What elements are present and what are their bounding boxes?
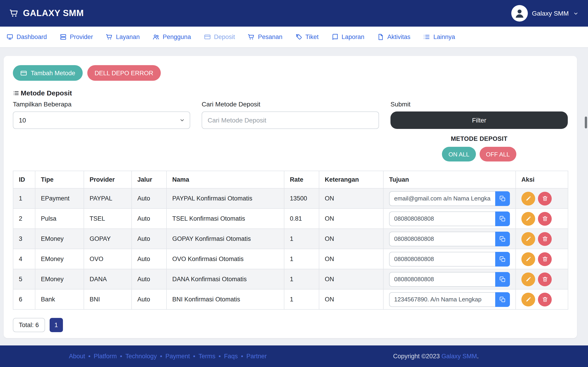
deposit-icon xyxy=(204,33,211,40)
tujuan-input[interactable] xyxy=(389,292,495,307)
edit-button[interactable] xyxy=(521,292,535,306)
card-icon xyxy=(20,69,27,76)
metode-deposit-heading: METODE DEPOSIT xyxy=(390,135,568,142)
cell-id: 6 xyxy=(13,289,35,309)
copy-button[interactable] xyxy=(495,191,510,206)
tujuan-input[interactable] xyxy=(389,252,495,266)
copy-button[interactable] xyxy=(495,232,510,246)
main-content: Tambah Metode DELL DEPO ERROR Metode Dep… xyxy=(0,48,588,338)
tujuan-input[interactable] xyxy=(389,232,495,246)
table-header-row: IDTipeProviderJalurNamaRateKeteranganTuj… xyxy=(13,171,568,188)
footer-link-terms[interactable]: Terms xyxy=(199,353,216,360)
cell-provider: GOPAY xyxy=(84,229,132,249)
cell-provider: OVO xyxy=(84,249,132,269)
cell-tipe: EMoney xyxy=(35,249,84,269)
nav-item-tiket[interactable]: Tiket xyxy=(289,27,325,47)
table-row: 1EPaymentPAYPALAutoPAYPAL Konfirmasi Oto… xyxy=(13,188,568,209)
edit-button[interactable] xyxy=(521,232,535,246)
pengguna-icon xyxy=(153,33,159,40)
delete-button[interactable] xyxy=(538,272,552,286)
table-row: 6BankBNIAutoBNI Konfirmasi Otomatis1ON xyxy=(13,289,568,309)
cell-tujuan xyxy=(383,289,516,309)
table-row: 4EMoneyOVOAutoOVO Konfirmasi Otomatis1ON xyxy=(13,249,568,269)
nav-item-layanan[interactable]: Layanan xyxy=(99,27,146,47)
copyright-link[interactable]: Galaxy SMM xyxy=(441,353,477,360)
trash-icon xyxy=(542,296,548,302)
user-menu[interactable]: Galaxy SMM xyxy=(511,5,579,22)
copy-button[interactable] xyxy=(495,252,510,266)
cell-aksi xyxy=(516,289,568,309)
avatar[interactable] xyxy=(511,5,528,22)
copy-button[interactable] xyxy=(495,292,510,307)
nav-item-label: Deposit xyxy=(214,33,235,40)
pencil-icon xyxy=(525,256,531,262)
copy-button[interactable] xyxy=(495,272,510,286)
delete-button[interactable] xyxy=(538,232,552,246)
nav-item-provider[interactable]: Provider xyxy=(53,27,99,47)
column-header-tujuan: Tujuan xyxy=(383,171,516,188)
page: GALAXY SMM Galaxy SMM DashboardProviderL… xyxy=(0,0,588,367)
tujuan-input[interactable] xyxy=(389,272,495,286)
tujuan-input-group xyxy=(389,232,510,246)
show-entries-select[interactable]: 10 xyxy=(13,111,190,129)
delete-button[interactable] xyxy=(538,252,552,266)
cell-provider: TSEL xyxy=(84,209,132,229)
footer-link-platform[interactable]: Platform xyxy=(94,353,117,360)
scrollbar-thumb[interactable] xyxy=(585,117,587,128)
dell-depo-error-button[interactable]: DELL DEPO ERROR xyxy=(87,65,161,81)
metode-table: IDTipeProviderJalurNamaRateKeteranganTuj… xyxy=(13,171,568,310)
delete-button[interactable] xyxy=(538,192,552,205)
cell-rate: 13500 xyxy=(284,188,319,209)
submit-label: Submit xyxy=(390,100,568,108)
copy-button[interactable] xyxy=(495,211,510,226)
nav-item-deposit[interactable]: Deposit xyxy=(197,27,242,47)
edit-button[interactable] xyxy=(521,272,535,286)
edit-button[interactable] xyxy=(521,212,535,225)
footer-link-about[interactable]: About xyxy=(69,353,85,360)
column-header-tipe: Tipe xyxy=(35,171,84,188)
cell-aksi xyxy=(516,188,568,209)
off-all-button[interactable]: OFF ALL xyxy=(480,147,516,161)
nav-item-aktivitas[interactable]: Aktivitas xyxy=(371,27,417,47)
cart-icon xyxy=(9,9,18,18)
footer-link-separator: • xyxy=(219,353,221,360)
on-all-button[interactable]: ON ALL xyxy=(442,147,476,161)
page-1-button[interactable]: 1 xyxy=(49,318,63,332)
top-header: GALAXY SMM Galaxy SMM xyxy=(0,0,588,27)
search-metode-input[interactable] xyxy=(202,111,379,129)
tujuan-input[interactable] xyxy=(389,191,495,206)
chevron-down-icon xyxy=(573,10,579,16)
tujuan-input[interactable] xyxy=(389,211,495,226)
cell-jalur: Auto xyxy=(132,188,166,209)
filter-button[interactable]: Filter xyxy=(390,111,568,129)
lainnya-icon xyxy=(423,33,430,40)
footer-link-technology[interactable]: Technology xyxy=(125,353,157,360)
delete-button[interactable] xyxy=(538,212,552,225)
footer-link-partner[interactable]: Partner xyxy=(246,353,267,360)
cell-keterangan: ON xyxy=(319,269,383,289)
cell-provider: BNI xyxy=(84,289,132,309)
edit-button[interactable] xyxy=(521,192,535,205)
cell-tipe: Bank xyxy=(35,289,84,309)
footer-link-payment[interactable]: Payment xyxy=(165,353,190,360)
edit-button[interactable] xyxy=(521,252,535,266)
table-row: 5EMoneyDANAAutoDANA Konfirmasi Otomatis1… xyxy=(13,269,568,289)
cell-aksi xyxy=(516,209,568,229)
table-footer: Total: 6 1 xyxy=(13,318,568,332)
column-header-provider: Provider xyxy=(84,171,132,188)
nav-item-pesanan[interactable]: Pesanan xyxy=(242,27,289,47)
nav-item-dashboard[interactable]: Dashboard xyxy=(0,27,53,47)
nav-item-pengguna[interactable]: Pengguna xyxy=(146,27,197,47)
nav-item-lainnya[interactable]: Lainnya xyxy=(417,27,462,47)
tambah-metode-button[interactable]: Tambah Metode xyxy=(13,65,83,81)
delete-button[interactable] xyxy=(538,292,552,306)
footer-link-faqs[interactable]: Faqs xyxy=(224,353,238,360)
cell-id: 5 xyxy=(13,269,35,289)
footer-link-separator: • xyxy=(88,353,90,360)
tujuan-input-group xyxy=(389,191,510,206)
nav-item-laporan[interactable]: Laporan xyxy=(325,27,371,47)
toolbar: Tambah Metode DELL DEPO ERROR xyxy=(13,65,568,81)
nav-item-label: Pesanan xyxy=(258,33,283,40)
cell-keterangan: ON xyxy=(319,229,383,249)
brand-icon-slot xyxy=(9,9,18,18)
